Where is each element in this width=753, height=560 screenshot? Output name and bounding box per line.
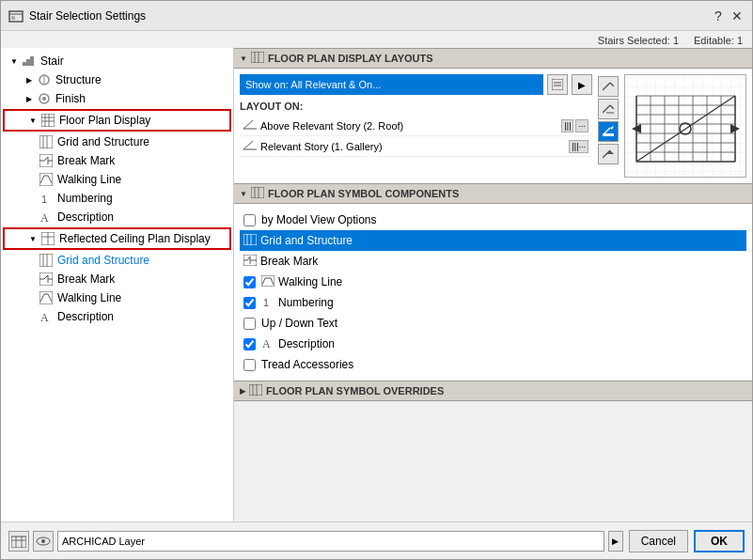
bottom-bar: ARCHICAD Layer ▶ Cancel OK (1, 521, 752, 559)
svg-rect-4 (26, 59, 30, 66)
side-btn-4[interactable] (598, 144, 619, 164)
cancel-button[interactable]: Cancel (629, 530, 688, 552)
arrow-reflected: ▼ (27, 233, 39, 244)
tree-item-structure[interactable]: ▶ Structure (1, 70, 233, 89)
svg-rect-60 (603, 133, 614, 136)
chip-above-1: ||| (561, 119, 573, 132)
floor-plan-overrides-header: ▶ FLOOR PLAN SYMBOL OVERRIDES (234, 381, 752, 401)
component-icon-break (243, 255, 257, 268)
component-label-walking-line: Walking Line (278, 275, 342, 288)
tree-label-grid-structure-1: Grid and Structure (57, 135, 149, 148)
arrow-stair: ▼ (8, 55, 20, 67)
break-mark-icon-1 (39, 153, 54, 168)
svg-line-57 (603, 105, 610, 113)
right-panel: ▼ FLOOR PLAN DISPLAY LAYOUTS Show on: (234, 48, 752, 521)
component-checkbox-walking-line[interactable] (243, 276, 256, 288)
tree-item-description-1[interactable]: A Description (1, 208, 233, 226)
tree-item-reflected-ceiling[interactable]: ▼ Reflected Ceiling Plan Display (5, 229, 229, 248)
layout-add-btn[interactable] (547, 74, 568, 95)
by-model-view-checkbox[interactable] (243, 214, 256, 226)
component-row-break-mark[interactable]: Break Mark (240, 251, 746, 272)
floor-plan-layouts-header: ▼ FLOOR PLAN DISPLAY LAYOUTS (234, 48, 752, 69)
tree-item-stair[interactable]: ▼ Stair (1, 52, 233, 70)
break-mark-icon-2 (39, 272, 54, 287)
component-row-up-down[interactable]: Up / Down Text (240, 313, 746, 334)
side-toolbar (596, 74, 620, 178)
svg-rect-15 (39, 135, 53, 148)
tree-label-finish: Finish (55, 92, 86, 105)
show-on-dropdown[interactable]: Show on: All Relevant & On... (240, 74, 543, 95)
component-checkbox-description[interactable] (243, 338, 256, 350)
main-window: Stair Selection Settings ? ✕ Stairs Sele… (0, 0, 753, 560)
floor-plan-overrides-title: FLOOR PLAN SYMBOL OVERRIDES (266, 385, 444, 397)
help-button[interactable]: ? (711, 8, 726, 23)
tree-item-walking-line-2[interactable]: Walking Line (1, 288, 233, 307)
relevant-row-icon (243, 141, 257, 152)
walking-line-icon-1 (39, 172, 54, 187)
component-checkbox-up-down[interactable] (243, 318, 256, 330)
overrides-header-icon (249, 384, 262, 397)
component-row-grid-structure[interactable]: Grid and Structure (240, 230, 746, 251)
layouts-left: Show on: All Relevant & On... ▶ LAYOUT O… (240, 74, 592, 178)
component-row-tread[interactable]: Tread Accessories (240, 354, 746, 375)
chip-relevant: |||··· (569, 140, 588, 153)
tree-item-finish[interactable]: ▶ Finish (1, 89, 233, 108)
ok-button[interactable]: OK (694, 530, 745, 552)
layout-row-above-text: Above Relevant Story (2. Roof) (260, 120, 561, 132)
layer-arrow-btn[interactable]: ▶ (608, 531, 623, 552)
by-model-view-label: by Model View Options (261, 213, 377, 226)
svg-line-100 (271, 278, 274, 285)
layout-expand-btn[interactable]: ▶ (572, 74, 592, 95)
above-row-icon (243, 120, 257, 132)
layout-row-relevant[interactable]: Relevant Story (1. Gallery) |||··· (240, 136, 592, 157)
svg-line-51 (243, 120, 253, 129)
tree-label-break-mark-2: Break Mark (57, 272, 115, 286)
svg-rect-10 (41, 114, 55, 127)
arrow-floor-plan: ▼ (27, 115, 39, 126)
svg-rect-89 (243, 234, 257, 245)
bottom-buttons: Cancel OK (629, 530, 745, 552)
svg-line-24 (40, 176, 44, 183)
bottom-icon-btn-eye[interactable] (33, 531, 54, 552)
tree-item-floor-plan-display[interactable]: ▼ Floor Plan Display (5, 111, 229, 130)
grid-small-icon-2 (39, 253, 54, 268)
side-btn-1[interactable] (598, 76, 619, 97)
layouts-header-icon (251, 52, 264, 65)
component-checkbox-tread[interactable] (243, 359, 256, 371)
components-header-icon (251, 187, 264, 200)
tree-item-break-mark-1[interactable]: Break Mark (1, 151, 233, 170)
component-checkbox-numbering[interactable] (243, 297, 256, 309)
component-row-description[interactable]: A Description (240, 334, 746, 354)
side-btn-2[interactable] (598, 99, 619, 119)
tree-item-break-mark-2[interactable]: Break Mark (1, 270, 233, 288)
bottom-icon-btn-1[interactable] (8, 531, 29, 552)
tree-label-break-mark-1: Break Mark (57, 154, 115, 167)
component-row-walking-line[interactable]: Walking Line (240, 272, 746, 292)
arrow-finish: ▶ (24, 93, 35, 104)
side-btn-edit[interactable] (598, 121, 619, 142)
svg-line-37 (44, 275, 48, 279)
svg-line-61 (604, 128, 610, 133)
archicad-layer-dropdown[interactable]: ARCHICAD Layer (57, 531, 604, 552)
svg-line-20 (44, 157, 48, 161)
chip-above-2: ··· (575, 119, 588, 132)
tree-item-walking-line-1[interactable]: Walking Line (1, 170, 233, 189)
floor-plan-components-header: ▼ FLOOR PLAN SYMBOL COMPONENTS (234, 183, 752, 204)
tree-label-structure: Structure (55, 73, 102, 86)
tree-item-numbering[interactable]: 1 Numbering (1, 189, 233, 208)
tree-label-stair: Stair (40, 54, 64, 68)
layout-row-above-chips: ||| ··· (561, 119, 588, 132)
tree-label-floor-plan-display: Floor Plan Display (59, 114, 150, 127)
layout-row-relevant-text: Relevant Story (1. Gallery) (260, 141, 569, 152)
tree-item-description-2[interactable]: A Description (1, 307, 233, 326)
component-label-numbering: Numbering (278, 296, 334, 309)
layout-row-above[interactable]: Above Relevant Story (2. Roof) ||| ··· (240, 116, 592, 136)
component-row-numbering[interactable]: 1 Numbering (240, 292, 746, 313)
tree-item-grid-structure-2[interactable]: Grid and Structure (1, 251, 233, 270)
tree-item-grid-structure-1[interactable]: Grid and Structure (1, 132, 233, 151)
description-icon-2: A (39, 309, 54, 324)
close-button[interactable]: ✕ (729, 8, 745, 23)
by-model-view-row[interactable]: by Model View Options (240, 210, 746, 230)
tree-label-numbering: Numbering (57, 192, 113, 205)
ceiling-icon (40, 231, 55, 246)
